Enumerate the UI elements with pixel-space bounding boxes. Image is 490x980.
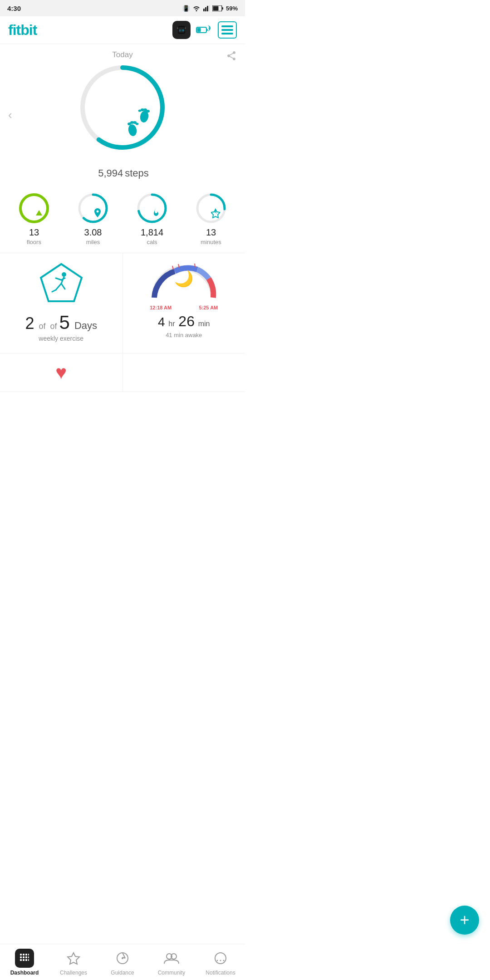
svg-rect-1 [205, 7, 206, 11]
svg-text:12:38: 12:38 [179, 29, 185, 32]
cals-label: cals [147, 239, 157, 245]
signal-icon [203, 5, 210, 11]
cals-stat[interactable]: 1,814 cals [122, 192, 181, 245]
svg-rect-18 [221, 33, 233, 34]
vibrate-icon: 📳 [182, 5, 190, 12]
sleep-awake: 41 min awake [166, 332, 202, 338]
miles-stat[interactable]: 3.08 miles [64, 192, 122, 245]
svg-point-21 [127, 124, 137, 137]
svg-marker-41 [214, 212, 217, 214]
share-button[interactable] [226, 50, 237, 64]
minutes-label: minutes [201, 239, 221, 245]
heart-icon: ♥ [55, 362, 67, 383]
svg-line-47 [56, 284, 61, 290]
today-label: Today [112, 50, 132, 59]
stats-row: 13 floors 3.08 miles [0, 186, 245, 253]
steps-circle [77, 62, 168, 153]
battery-percent: 59% [226, 5, 238, 12]
minutes-value: 13 [206, 227, 216, 238]
svg-rect-9 [185, 27, 186, 29]
svg-point-43 [62, 272, 66, 277]
today-section: Today ‹ [0, 44, 245, 186]
svg-rect-5 [222, 7, 223, 10]
miles-value: 3.08 [84, 227, 102, 238]
status-bar: 4:30 📳 59% [0, 0, 245, 16]
svg-line-48 [61, 284, 65, 289]
floors-stat[interactable]: 13 floors [5, 192, 64, 245]
cals-value: 1,814 [141, 227, 163, 238]
exercise-unit: Days [74, 320, 97, 331]
svg-rect-0 [203, 9, 205, 11]
exercise-goal: 5 [59, 312, 70, 333]
minutes-stat[interactable]: 13 minutes [181, 192, 240, 245]
svg-point-15 [209, 28, 210, 29]
svg-rect-13 [206, 29, 208, 31]
cards-row-2: ♥ [0, 353, 245, 392]
prev-day-button[interactable]: ‹ [8, 108, 12, 122]
sleep-end-time: 5:25 AM [199, 305, 218, 310]
cards-row-1: 2 of of 5 Days weekly exercise [0, 253, 245, 353]
svg-line-52 [195, 264, 195, 267]
svg-rect-14 [197, 28, 201, 32]
sleep-start-time: 12:18 AM [150, 305, 172, 310]
sleep-duration: 4 hr 26 min [158, 313, 210, 330]
svg-rect-6 [213, 6, 218, 10]
watch-icon[interactable]: 12:38 [172, 21, 191, 39]
exercise-current: 2 [25, 314, 34, 333]
svg-rect-2 [207, 6, 208, 11]
svg-rect-16 [221, 25, 233, 27]
floors-value: 13 [29, 227, 39, 238]
steps-unit: steps [125, 167, 149, 179]
svg-line-46 [61, 278, 65, 280]
svg-rect-8 [177, 27, 178, 29]
battery-icon [212, 5, 223, 11]
exercise-of: of [39, 322, 46, 331]
svg-rect-3 [209, 5, 210, 11]
exercise-of-word: of [50, 322, 59, 331]
status-time: 4:30 [7, 5, 21, 12]
status-icons: 📳 59% [182, 5, 238, 12]
steps-count: 5,994steps [96, 159, 149, 181]
svg-rect-33 [37, 214, 41, 216]
svg-line-45 [56, 278, 61, 280]
fitbit-logo: fitbit [8, 22, 37, 39]
heart-rate-card-partial[interactable]: ♥ [0, 353, 123, 392]
exercise-subtitle: weekly exercise [39, 335, 83, 342]
sync-icon[interactable] [195, 21, 213, 39]
header-icons: 12:38 [172, 21, 237, 39]
miles-label: miles [86, 239, 100, 245]
svg-line-49 [52, 290, 56, 292]
wifi-icon [192, 5, 201, 11]
card-2-partial[interactable] [123, 353, 245, 392]
floors-label: floors [27, 239, 41, 245]
menu-icon[interactable] [218, 21, 237, 39]
exercise-card[interactable]: 2 of of 5 Days weekly exercise [0, 253, 123, 353]
main-content: Today ‹ [0, 44, 245, 433]
header: fitbit 12:38 [0, 16, 245, 44]
exercise-count-display: 2 of of 5 Days [25, 313, 97, 332]
svg-rect-17 [221, 29, 233, 31]
sleep-card[interactable]: 🌙 12:18 AM 5:25 AM 4 hr 26 min 41 min aw… [123, 253, 245, 353]
